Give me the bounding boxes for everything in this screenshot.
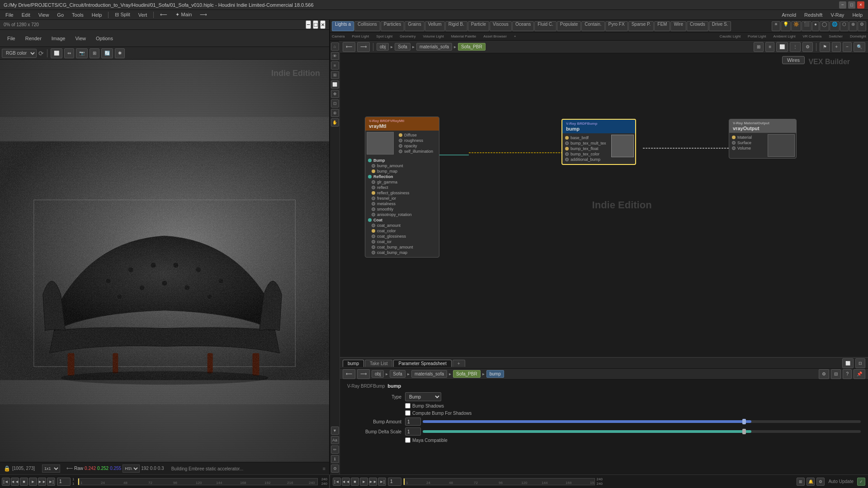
tab-take-list[interactable]: Take List xyxy=(365,360,392,367)
node-play-end[interactable]: ►| xyxy=(378,478,386,486)
timeline-bar[interactable]: 1 24 48 72 96 120 144 168 192 216 240 xyxy=(78,478,317,485)
sidebar-icon-grid[interactable]: ⊞ xyxy=(331,71,339,79)
tab-param-spreadsheet[interactable]: Parameter Spreadsheet xyxy=(393,360,451,367)
menu-redshift[interactable]: Redshift xyxy=(801,11,826,19)
param-crumb-sofa[interactable]: Sofa xyxy=(390,370,406,378)
menu-vray[interactable]: V-Ray xyxy=(827,11,848,19)
ne-btn-fwd[interactable]: ⟶ xyxy=(357,42,370,52)
play-end-btn[interactable]: ►| xyxy=(47,478,55,486)
param-btn-1[interactable]: ⬜ xyxy=(842,358,854,368)
play-btn[interactable]: ► xyxy=(29,478,37,486)
menu-vert[interactable]: Vert xyxy=(135,11,151,19)
play-prev-btn[interactable]: ◄◄ xyxy=(11,478,19,486)
ne-btn-grid[interactable]: ⊞ xyxy=(754,42,764,52)
light-icon-5[interactable]: ● xyxy=(812,21,819,31)
menu-arrow2[interactable]: ⟶ xyxy=(196,11,211,19)
global-btn-2[interactable]: 🔔 xyxy=(807,478,815,486)
contain-btn[interactable]: Contain. xyxy=(581,21,604,31)
param-crumb-pbr[interactable]: Sofa_PBR xyxy=(453,370,481,378)
node-play-stop[interactable]: ■ xyxy=(351,478,359,486)
ne-btn-back[interactable]: ⟵ xyxy=(343,42,355,52)
param-nav-back[interactable]: ⟵ xyxy=(343,369,355,379)
param-info[interactable]: ? xyxy=(843,369,852,379)
sidebar-icon-eye[interactable]: 👁 xyxy=(331,52,339,60)
menu-view[interactable]: View xyxy=(35,11,53,19)
light-icon-7[interactable]: 🌐 xyxy=(830,21,840,31)
render-icon-btn6[interactable]: ✱ xyxy=(115,48,125,58)
render-maximize[interactable]: □ xyxy=(313,20,318,29)
particle-btn[interactable]: Particle xyxy=(468,21,489,31)
grains-btn[interactable]: Grains xyxy=(405,21,424,31)
sidebar-icon-view[interactable]: ⬜ xyxy=(331,80,339,89)
ne-btn-view[interactable]: ⬜ xyxy=(776,42,788,52)
viscous-btn[interactable]: Viscous xyxy=(490,21,512,31)
param-crumb-node[interactable]: bump xyxy=(486,370,504,378)
sidebar-icon-layers[interactable]: ≡ xyxy=(331,61,339,70)
sidebar-icon-move[interactable]: ✥ xyxy=(331,90,339,98)
particles-btn[interactable]: Particles xyxy=(381,21,404,31)
param-collapse[interactable]: ⊟ xyxy=(831,369,841,379)
bump-amount-slider[interactable] xyxy=(423,420,861,423)
compute-bump-checkbox-label[interactable]: Compute Bump For Shadows xyxy=(405,410,472,416)
pixel-size-select[interactable]: 1x1 xyxy=(42,465,60,473)
rigidb-btn[interactable]: Rigid B. xyxy=(445,21,467,31)
menu-split[interactable]: ⊟ Split xyxy=(111,11,133,19)
play-next-btn[interactable]: ►► xyxy=(38,478,46,486)
render-icon-btn3[interactable]: 📷 xyxy=(76,48,88,58)
menu-arrow[interactable]: ⟵ xyxy=(156,11,171,19)
type-select[interactable]: Bump xyxy=(405,392,441,401)
render-menu-image[interactable]: Image xyxy=(48,35,69,42)
bump-amount-input[interactable] xyxy=(405,418,421,426)
sidebar-icon-pen[interactable]: ✏ xyxy=(331,446,339,454)
ne-crumb-pbr[interactable]: Sofa_PBR xyxy=(458,43,486,51)
menu-edit[interactable]: Edit xyxy=(18,11,34,19)
ne-btn-settings[interactable]: ⚙ xyxy=(802,42,813,52)
tab-add[interactable]: + xyxy=(453,360,465,367)
node-bump[interactable]: V-Ray BRDFBump bump base_brdf bump_tex_m… xyxy=(561,119,636,165)
param-pin[interactable]: 📌 xyxy=(854,369,865,379)
sidebar-icon-abc[interactable]: Aa xyxy=(331,436,339,444)
light-icon-6[interactable]: ◯ xyxy=(820,21,829,31)
node-play-start[interactable]: |◄ xyxy=(333,478,341,486)
node-vrayoutput[interactable]: V-Ray MaterialOutput vrayOutput Material… xyxy=(729,119,797,159)
node-frame-input[interactable] xyxy=(388,478,401,486)
tab-bump[interactable]: bump xyxy=(343,360,364,367)
ne-btn-layout[interactable]: ≡ xyxy=(765,42,774,52)
menu-help[interactable]: Help xyxy=(88,11,106,19)
bump-shadows-checkbox-label[interactable]: Bump Shadows xyxy=(405,403,444,408)
play-stop-btn[interactable]: ■ xyxy=(20,478,28,486)
sidebar-icon-settings[interactable]: ⚙ xyxy=(331,465,339,473)
sidebar-icon-info[interactable]: ℹ xyxy=(331,455,339,463)
fluidc-btn[interactable]: Fluid C. xyxy=(534,21,556,31)
render-menu-render[interactable]: Render xyxy=(22,35,45,42)
render-icon-btn1[interactable]: ⬜ xyxy=(51,48,62,58)
fem-btn[interactable]: FEM xyxy=(654,21,670,31)
maya-compat-checkbox[interactable] xyxy=(405,437,410,443)
bump-shadows-checkbox[interactable] xyxy=(405,403,410,408)
ne-btn-search[interactable]: 🔍 xyxy=(854,42,865,52)
menu-main[interactable]: ✦ Main xyxy=(172,11,195,19)
sidebar-icon-zoom[interactable]: ⊕ xyxy=(331,109,339,117)
bump-delta-input[interactable] xyxy=(405,427,421,436)
color-mode-select[interactable]: RGB color xyxy=(2,49,37,58)
menu-help2[interactable]: Help xyxy=(849,11,866,19)
render-icon-btn5[interactable]: 🔄 xyxy=(101,48,113,58)
node-play-btn[interactable]: ► xyxy=(360,478,368,486)
render-menu-file[interactable]: File xyxy=(4,35,19,42)
light-icon-8[interactable]: ⬡ xyxy=(840,21,849,31)
maya-compat-checkbox-label[interactable]: Maya Compatible xyxy=(405,437,448,443)
refresh-btn[interactable]: ⟳ xyxy=(38,50,44,57)
ne-btn-snap[interactable]: ⋮ xyxy=(790,42,801,52)
light-icon-10[interactable]: ⚙ xyxy=(858,21,866,31)
param-crumb-obj[interactable]: obj xyxy=(372,370,384,378)
light-icon-4[interactable]: ⬛ xyxy=(802,21,811,31)
populate-btn[interactable]: Populate xyxy=(557,21,581,31)
auto-update-btn[interactable]: ✓ xyxy=(857,478,865,486)
render-icon-btn4[interactable]: ⊞ xyxy=(90,48,99,58)
compute-bump-checkbox[interactable] xyxy=(405,410,410,416)
frame-input[interactable] xyxy=(57,478,71,486)
ne-btn-plus[interactable]: + xyxy=(832,42,841,52)
lights-btn[interactable]: Lights a xyxy=(332,21,354,31)
collisions-btn[interactable]: Collisions xyxy=(354,21,380,31)
ne-crumb-materials[interactable]: materials_sofa xyxy=(416,43,452,51)
